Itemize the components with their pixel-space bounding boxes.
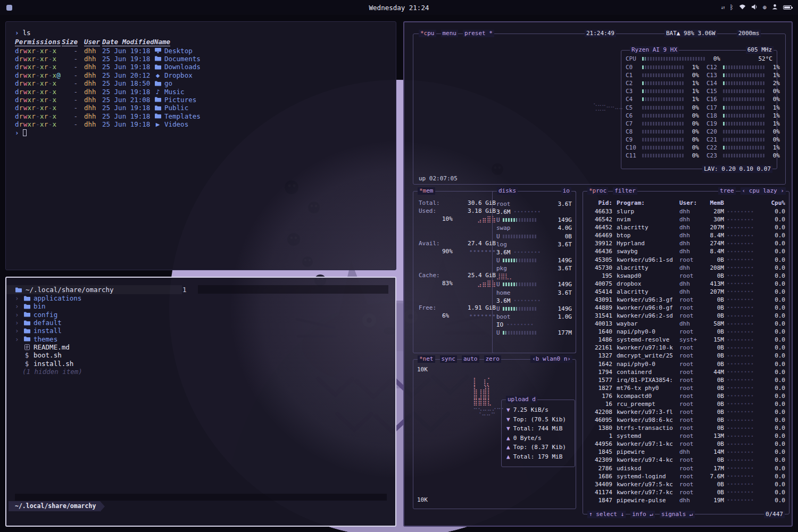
battery-icon[interactable] (783, 5, 792, 10)
process-row[interactable]: 44889kworker/u96:0-gfroot0B∙∙∙∙∙∙∙∙0.0 (583, 304, 789, 312)
process-row[interactable]: 1486systemd-resolvesyst+15M∙∙∙∙∙∙∙∙0.0 (583, 336, 789, 344)
usage-meter (723, 122, 764, 126)
process-row[interactable]: 1327dmcrypt_write/25root0B∙∙∙∙∙∙∙∙0.0 (583, 352, 789, 360)
permissions: drwxr-xr-x (15, 79, 62, 87)
io-tab[interactable]: io (561, 187, 571, 195)
process-row[interactable]: 22161kworker/u97:10-kroot0B∙∙∙∙∙∙∙∙0.0 (583, 344, 789, 352)
tab-tree[interactable]: tree (718, 187, 736, 195)
process-row[interactable]: 1847pipewire-pulsedhh19M∙∙∙∙∙∙∙∙0.0 (583, 496, 789, 504)
process-row[interactable]: 46542nvimdhh30M∙∙∙∙∙∙∙∙0.0 (583, 215, 789, 223)
process-row[interactable]: 39912Hyprlanddhh274M∙∙∙∙∙∙∙∙0.0 (583, 239, 789, 247)
process-mem: 0B (704, 440, 724, 447)
command-text: ls (23, 29, 31, 37)
tree-item-README.md[interactable]: README.md (6, 343, 182, 351)
editor-cursorline[interactable] (198, 285, 388, 294)
process-row[interactable]: 1577irq/81-PIXA3854:root0B∙∙∙∙∙∙∙∙0.0 (583, 376, 789, 384)
process-row[interactable]: 40075dropboxdhh413M∙∙∙∙∙∙∙∙0.0 (583, 280, 789, 288)
tree-item-default[interactable]: ›default (6, 319, 182, 327)
net-box-title[interactable]: *net (418, 355, 435, 363)
footer-key-select[interactable]: ↑ select ↓ (587, 511, 626, 518)
process-row[interactable]: 44956kworker/u97:1-kcroot0B∙∙∙∙∙∙∙∙0.0 (583, 440, 789, 448)
process-row[interactable]: 31541kworker/u96:2-sdroot0B∙∙∙∙∙∙∙∙0.0 (583, 312, 789, 320)
current-directory-row[interactable]: ~/.local/share/omarchy (6, 285, 182, 294)
process-row[interactable]: 46095kworker/u98:6-kcroot0B∙∙∙∙∙∙∙∙0.0 (583, 416, 789, 424)
process-row[interactable]: 46633slurpdhh28M∙∙∙∙∙∙∙∙0.0 (583, 207, 789, 215)
process-user: dhh (679, 288, 704, 295)
tab-filter[interactable]: filter (613, 187, 637, 195)
tab-zero[interactable]: zero (484, 355, 502, 363)
tree-item-config[interactable]: ›config (6, 311, 182, 319)
process-row[interactable]: 195kswapd0root0B∙∙∙∙∙∙∙∙0.0 (583, 272, 789, 280)
process-cpu-pct: 0.0 (757, 465, 785, 472)
core-row: C150% (706, 87, 780, 95)
process-pid: 1794 (587, 369, 612, 376)
chevron-icon: › (15, 311, 20, 319)
disk-name: root (496, 200, 511, 208)
process-row[interactable]: 42208kworker/u97:3-flroot0B∙∙∙∙∙∙∙∙0.0 (583, 408, 789, 416)
process-row[interactable]: 1827mt76-tx phy0root0B∙∙∙∙∙∙∙∙0.0 (583, 384, 789, 392)
disks-box-title[interactable]: disks (497, 187, 518, 195)
process-row[interactable]: 41174kworker/u97:7-kcroot0B∙∙∙∙∙∙∙∙0.0 (583, 488, 789, 496)
upload-box-title[interactable]: upload d (506, 396, 537, 403)
tab-menu[interactable]: menu (441, 30, 459, 37)
process-row[interactable]: 45730alacrittydhh208M∙∙∙∙∙∙∙∙0.0 (583, 264, 789, 272)
process-row[interactable]: 43091kworker/u96:3-gfroot0B∙∙∙∙∙∙∙∙0.0 (583, 296, 789, 304)
process-mem: 0B (704, 409, 724, 415)
user-icon[interactable] (772, 4, 778, 11)
footer-key-info[interactable]: info ↵ (630, 511, 655, 518)
tab-auto[interactable]: auto (462, 355, 479, 363)
footer-key-signals[interactable]: signals ↵ (660, 511, 695, 518)
file-date: 25 Jun 19:18 (102, 55, 154, 63)
tab-sync[interactable]: sync (440, 355, 458, 363)
bluetooth-icon[interactable]: ᛒ (730, 4, 734, 11)
volume-icon[interactable] (751, 4, 758, 11)
process-cpu-graph: ∙∙∙∙∙∙∙∙ (724, 409, 757, 414)
process-row[interactable]: 45414alacrittydhh207M∙∙∙∙∙∙∙∙0.0 (583, 288, 789, 296)
process-row[interactable]: 1380btrfs-transactioroot0B∙∙∙∙∙∙∙∙0.0 (583, 424, 789, 432)
process-row[interactable]: 42309kworker/u97:4-kcroot0B∙∙∙∙∙∙∙∙0.0 (583, 456, 789, 464)
process-row[interactable]: 1686systemd-logindroot7.6M∙∙∙∙∙∙∙∙0.0 (583, 472, 789, 480)
tree-item-themes[interactable]: ›themes (6, 335, 182, 343)
process-row[interactable]: 2786udisksdroot17M∙∙∙∙∙∙∙∙0.0 (583, 464, 789, 472)
tree-item-install[interactable]: ›install (6, 327, 182, 335)
process-user: root (679, 312, 704, 319)
process-user: root (679, 256, 704, 263)
tree-item-applications[interactable]: ›applications (6, 294, 182, 302)
cpu-total-pct: 0% (708, 55, 720, 62)
mem-stat-label: Used: (419, 207, 446, 214)
workspace-indicator[interactable] (6, 5, 12, 11)
network-icon[interactable]: ⊕ (763, 4, 767, 11)
process-name: kcompactd0 (612, 393, 679, 400)
terminal-cursor[interactable] (23, 129, 27, 136)
process-row[interactable]: 1845pipewiredhh14M∙∙∙∙∙∙∙∙0.0 (583, 448, 789, 456)
process-row[interactable]: 16rcu_preemptroot0B∙∙∙∙∙∙∙∙0.0 (583, 400, 789, 408)
process-user: root (679, 385, 704, 392)
process-row[interactable]: 1systemdroot13M∙∙∙∙∙∙∙∙0.0 (583, 432, 789, 440)
process-row[interactable]: 176kcompactd0root0B∙∙∙∙∙∙∙∙0.0 (583, 392, 789, 400)
process-row[interactable]: 1794containerdroot44M∙∙∙∙∙∙∙∙0.0 (583, 368, 789, 376)
process-mem: 15M (704, 336, 724, 343)
uptime: up 02:07:05 (419, 175, 458, 182)
process-row[interactable]: 45305kworker/u96:1-sdroot0B∙∙∙∙∙∙∙∙0.0 (583, 255, 789, 263)
tab-cpulazy[interactable]: ‹ cpu lazy › (741, 187, 786, 195)
mem-box-title[interactable]: *mem (418, 187, 435, 195)
process-row[interactable]: 40013waybardhh58M∙∙∙∙∙∙∙∙0.0 (583, 320, 789, 328)
wifi-icon[interactable] (739, 4, 746, 11)
tray-arrows-icon[interactable]: ↓↑ (721, 5, 725, 10)
process-row[interactable]: 46452alacrittydhh207M∙∙∙∙∙∙∙∙0.0 (583, 223, 789, 231)
process-row[interactable]: 1640napi/phy0-0root0B∙∙∙∙∙∙∙∙0.0 (583, 328, 789, 336)
process-row[interactable]: 46469btopdhh8.4M∙∙∙∙∙∙∙∙0.0 (583, 231, 789, 239)
tree-item-install.sh[interactable]: $install.sh (6, 359, 182, 367)
process-row[interactable]: 34409kworker/u97:5-kcroot0B∙∙∙∙∙∙∙∙0.0 (583, 480, 789, 488)
process-mem: 17M (704, 465, 724, 472)
net-interface[interactable]: ‹b wlan0 n› (530, 355, 572, 363)
disk-entry-log: log3.6T3.6M∙∙∙∙∙∙∙∙U149G (496, 240, 572, 264)
tree-item-boot.sh[interactable]: $boot.sh (6, 351, 182, 359)
cpu-box-title[interactable]: *cpu (419, 30, 436, 37)
update-interval[interactable]: 2000ms (737, 30, 761, 37)
proc-box-title[interactable]: *proc (587, 187, 608, 195)
tab-preset[interactable]: preset * (463, 30, 494, 37)
tree-item-bin[interactable]: ›bin (6, 302, 182, 310)
process-row[interactable]: 1642napi/phy0-0root0B∙∙∙∙∙∙∙∙0.0 (583, 360, 789, 368)
process-row[interactable]: 46436swaybgdhh8.4M∙∙∙∙∙∙∙∙0.0 (583, 247, 789, 255)
